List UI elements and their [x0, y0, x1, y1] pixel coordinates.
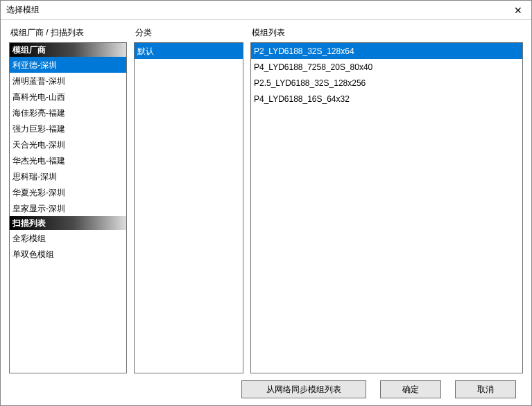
- manufacturer-item[interactable]: 利亚德-深圳: [10, 57, 126, 73]
- sync-button[interactable]: 从网络同步模组列表: [241, 380, 366, 398]
- ok-button-label: 确定: [402, 384, 419, 396]
- manufacturer-item[interactable]: 高科光电-山西: [10, 89, 126, 105]
- scan-list-item[interactable]: 全彩模组: [10, 230, 126, 246]
- cancel-button-label: 取消: [477, 384, 494, 396]
- close-icon: ✕: [514, 5, 522, 16]
- category-panel: 默认: [134, 42, 243, 373]
- category-item[interactable]: 默认: [135, 43, 243, 59]
- dialog-title: 选择模组: [1, 4, 505, 16]
- manufacturer-item[interactable]: 华杰光电-福建: [10, 152, 126, 168]
- category-column-label: 分类: [134, 27, 243, 39]
- manufacturer-item[interactable]: 强力巨彩-福建: [10, 121, 126, 136]
- module-list-item[interactable]: P2_LYD6188_32S_128x64: [251, 43, 522, 59]
- module-list-column-label: 模组列表: [250, 27, 523, 39]
- close-button[interactable]: ✕: [505, 1, 531, 19]
- module-list-item[interactable]: P4_LYD6188_7258_20S_80x40: [251, 59, 522, 75]
- manufacturer-item[interactable]: 皇家显示-深圳: [10, 200, 126, 216]
- dialog-window: 选择模组 ✕ 模组厂商 / 扫描列表 模组厂商利亚德-深圳洲明蓝普-深圳高科光电…: [0, 0, 532, 406]
- module-list-column: 模组列表 P2_LYD6188_32S_128x64P4_LYD6188_725…: [250, 27, 523, 373]
- manufacturer-column: 模组厂商 / 扫描列表 模组厂商利亚德-深圳洲明蓝普-深圳高科光电-山西海佳彩亮…: [9, 27, 127, 373]
- scan-list-item[interactable]: 单双色模组: [10, 246, 126, 262]
- manufacturer-item[interactable]: 洲明蓝普-深圳: [10, 73, 126, 89]
- manufacturer-column-label: 模组厂商 / 扫描列表: [9, 27, 127, 39]
- module-list-item[interactable]: P4_LYD6188_16S_64x32: [251, 91, 522, 107]
- manufacturer-item[interactable]: 海佳彩亮-福建: [10, 105, 126, 121]
- manufacturer-panel: 模组厂商利亚德-深圳洲明蓝普-深圳高科光电-山西海佳彩亮-福建强力巨彩-福建天合…: [9, 42, 127, 373]
- manufacturer-item[interactable]: 天合光电-深圳: [10, 136, 126, 152]
- sync-button-label: 从网络同步模组列表: [266, 384, 341, 396]
- manufacturer-item[interactable]: 思科瑞-深圳: [10, 168, 126, 184]
- ok-button[interactable]: 确定: [380, 380, 441, 398]
- dialog-content: 模组厂商 / 扫描列表 模组厂商利亚德-深圳洲明蓝普-深圳高科光电-山西海佳彩亮…: [1, 20, 531, 376]
- module-list-panel: P2_LYD6188_32S_128x64P4_LYD6188_7258_20S…: [250, 42, 523, 373]
- dialog-footer: 从网络同步模组列表 确定 取消: [1, 376, 531, 405]
- cancel-button[interactable]: 取消: [455, 380, 516, 398]
- module-list-item[interactable]: P2.5_LYD6188_32S_128x256: [251, 75, 522, 91]
- manufacturer-section-header: 模组厂商: [10, 43, 126, 57]
- titlebar: 选择模组 ✕: [1, 1, 531, 20]
- category-column: 分类 默认: [134, 27, 243, 373]
- scan-list-section-header: 扫描列表: [10, 216, 126, 230]
- manufacturer-item[interactable]: 华夏光彩-深圳: [10, 184, 126, 200]
